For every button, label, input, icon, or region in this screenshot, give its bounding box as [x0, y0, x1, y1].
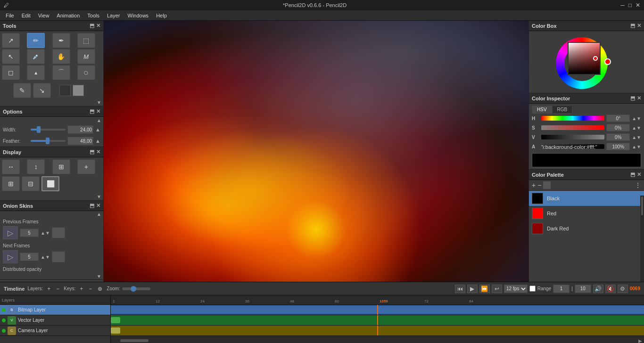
feather-spinup[interactable]: ▲ — [95, 138, 100, 144]
width-slider[interactable] — [31, 126, 66, 133]
fg-color[interactable] — [59, 85, 71, 96]
color-item-red[interactable]: Red — [529, 206, 644, 221]
options-scroll-up[interactable]: ▲ — [97, 118, 101, 123]
range-end-input[interactable]: 10 — [575, 285, 591, 293]
val-input[interactable]: 0% — [606, 133, 630, 141]
pointer-tool[interactable]: ↖ — [2, 49, 20, 64]
vector-layer-row[interactable]: V Vector Layer — [0, 315, 110, 326]
fill-tool[interactable]: ▲ — [27, 65, 45, 80]
hue-slider[interactable] — [541, 116, 604, 121]
display-float-btn[interactable]: ⬒ — [90, 149, 94, 155]
add-key-btn[interactable]: + — [78, 285, 84, 293]
camera-layer-visible[interactable] — [2, 329, 6, 333]
tools-close-btn[interactable]: ✕ — [96, 23, 100, 29]
camera-track[interactable] — [111, 326, 644, 336]
hand-tool[interactable]: ✋ — [52, 49, 70, 64]
feather-input[interactable]: 48,00 — [67, 137, 93, 145]
bg-color[interactable] — [73, 85, 84, 96]
sat-input[interactable]: 0% — [606, 124, 630, 131]
menu-edit[interactable]: Edit — [18, 12, 34, 19]
menu-view[interactable]: View — [34, 12, 53, 19]
remove-layer-btn[interactable]: − — [55, 285, 61, 293]
color-picker-container[interactable] — [556, 35, 617, 89]
val-slider[interactable] — [541, 135, 604, 139]
overlay1-btn[interactable]: ⊞ — [52, 159, 70, 174]
cp-swatch[interactable] — [543, 181, 551, 189]
menu-tools[interactable]: Tools — [83, 12, 103, 19]
alpha-input[interactable]: 100% — [606, 143, 630, 150]
feather-slider[interactable] — [31, 138, 66, 144]
grid2-btn[interactable]: ⊟ — [22, 176, 40, 191]
grid1-btn[interactable]: ⊞ — [2, 176, 20, 191]
dup-key-btn[interactable]: ⊕ — [96, 285, 104, 293]
bitmap-layer-row[interactable]: B Bitmap Layer — [0, 305, 110, 315]
color-box-float-btn[interactable]: ⬒ — [630, 23, 635, 29]
onion-close-btn[interactable]: ✕ — [96, 203, 100, 209]
canvas-area[interactable] — [104, 21, 528, 282]
cp-add-btn[interactable]: + — [532, 181, 536, 189]
smudge-tool[interactable]: M — [77, 49, 95, 64]
ci-float-btn[interactable]: ⬒ — [630, 95, 635, 101]
display-close-btn[interactable]: ✕ — [96, 149, 100, 155]
remove-key-btn[interactable]: − — [87, 285, 93, 293]
tl-scroll-right[interactable]: ▶ — [638, 338, 644, 343]
tl-hscrollbar-thumb[interactable] — [120, 339, 149, 342]
color-item-black[interactable]: Black — [529, 191, 644, 206]
width-input[interactable]: 24,00 — [67, 125, 93, 134]
maximize-btn[interactable]: □ — [628, 2, 632, 8]
bitmap-layer-visible[interactable] — [2, 308, 6, 312]
width-spinup[interactable]: ▲ — [95, 127, 100, 132]
sat-slider[interactable] — [541, 125, 604, 130]
menu-file[interactable]: File — [2, 12, 18, 19]
alpha-spin[interactable]: ▲▼ — [632, 144, 641, 149]
next-color-swatch[interactable] — [52, 251, 65, 262]
cp-menu-btn[interactable]: ⋮ — [635, 181, 641, 189]
go-end-btn[interactable]: ↩ — [492, 285, 502, 293]
next-frames-spinup[interactable]: ▲▼ — [41, 254, 50, 260]
mute-btn[interactable]: 🔇 — [605, 285, 616, 293]
pencil-tool[interactable]: ✏ — [27, 33, 45, 48]
eyedropper-tool[interactable]: 💉 — [27, 49, 45, 64]
frame-btn[interactable]: ⬜ — [41, 176, 59, 191]
tools-scroll-down[interactable]: ▼ — [97, 100, 101, 105]
menu-layer[interactable]: Layer — [103, 12, 124, 19]
settings-btn[interactable]: ⚙ — [618, 285, 628, 293]
flip-h-btn[interactable]: ↔ — [2, 159, 20, 174]
timeline-zoom-slider[interactable] — [122, 287, 150, 290]
cp-float-btn[interactable]: ⬒ — [630, 172, 635, 178]
hue-spin[interactable]: ▲▼ — [632, 116, 641, 121]
cp-close-btn[interactable]: ✕ — [637, 172, 641, 178]
prev-frames-spinup[interactable]: ▲▼ — [41, 230, 50, 236]
cp-scrollbar[interactable] — [640, 196, 644, 282]
select-tool[interactable]: ⬚ — [77, 33, 95, 48]
minimize-btn[interactable]: ─ — [620, 2, 625, 8]
onion-float-btn[interactable]: ⬒ — [90, 203, 94, 209]
options-close-btn[interactable]: ✕ — [96, 108, 100, 114]
vol-btn[interactable]: 🔊 — [593, 285, 603, 293]
sat-spin[interactable]: ▲▼ — [632, 125, 641, 131]
menu-animation[interactable]: Animation — [53, 12, 83, 19]
options-float-btn[interactable]: ⬒ — [90, 108, 94, 114]
tl-hscrollbar[interactable]: ▶ — [111, 338, 644, 343]
onion-scroll-up[interactable]: ▲ — [97, 212, 101, 217]
add-layer-btn[interactable]: + — [46, 285, 52, 293]
bitmap-track[interactable] — [111, 305, 644, 315]
brush-tool[interactable]: ⌒ — [52, 65, 70, 80]
display-scroll-down[interactable]: ▼ — [97, 194, 101, 199]
hue-input[interactable]: 0° — [606, 114, 630, 122]
play-btn[interactable]: ▶ — [467, 285, 478, 293]
pen-alt-tool[interactable]: ✎ — [13, 83, 31, 98]
prev-color-swatch[interactable] — [52, 227, 65, 238]
tab-rgb[interactable]: RGB — [552, 106, 573, 114]
range-start-input[interactable]: 1 — [553, 285, 570, 293]
tools-float-btn[interactable]: ⬒ — [90, 23, 94, 29]
prev-frames-input[interactable] — [20, 229, 39, 237]
color-square[interactable] — [568, 42, 601, 75]
vector-layer-visible[interactable] — [2, 318, 6, 322]
play-loop-btn[interactable]: ⏩ — [479, 285, 490, 293]
paint-bucket[interactable]: ⬡ — [77, 65, 95, 80]
tab-hsv[interactable]: HSV — [532, 106, 552, 114]
val-spin[interactable]: ▲▼ — [632, 135, 641, 140]
close-btn[interactable]: ✕ — [636, 2, 640, 8]
fps-select[interactable]: 12 fps 24 fps — [504, 285, 528, 293]
